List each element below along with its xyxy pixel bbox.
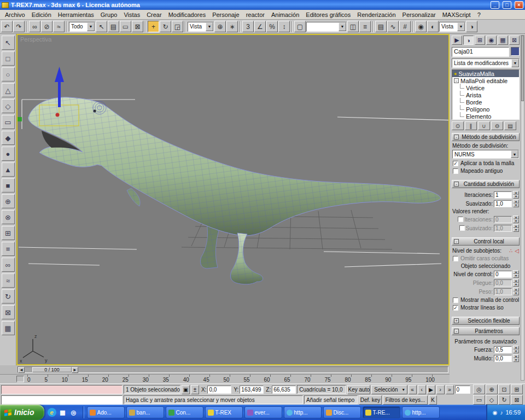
menu-grupo[interactable]: Grupo [97, 10, 121, 19]
align-button[interactable]: ≡ [359, 21, 371, 32]
z-coordinate-field[interactable]: 66,635 [272, 386, 296, 394]
left-toolbar-icon-10[interactable]: ⊕ [2, 194, 15, 208]
media-player-icon[interactable]: ◎ [69, 408, 78, 417]
select-scale-button[interactable]: ◲ [172, 21, 183, 32]
maximize-button[interactable]: □ [503, 1, 511, 9]
tab-hierarchy[interactable]: ⊞ [475, 36, 485, 45]
scrollbar-thumb[interactable] [521, 36, 524, 101]
collapse-icon[interactable]: - [454, 239, 459, 244]
subobject-patch-icon[interactable]: ◁ [515, 248, 519, 254]
modifier-bulb-icon[interactable]: ● [454, 71, 457, 77]
relax-field[interactable]: 0,0 [494, 355, 512, 362]
iterations-field[interactable]: 1 [494, 191, 512, 199]
ignore-backfacing-checkbox[interactable]: Omitir caras ocultas [453, 255, 518, 261]
minimize-button[interactable]: _ [491, 1, 499, 9]
play-button[interactable]: ▶ [427, 385, 435, 394]
macro-recorder-field[interactable] [1, 385, 122, 394]
trackbar-marker-box[interactable] [16, 376, 24, 382]
menu-edicion[interactable]: Edición [28, 10, 55, 19]
left-toolbar-icon-4[interactable]: ◇ [2, 99, 15, 113]
material-editor-button[interactable]: ◉ [415, 21, 427, 32]
bind-spacewarp-button[interactable]: ≈ [53, 21, 65, 32]
rollout-header[interactable]: - Cantidad subdivisión [452, 180, 520, 188]
menu-vistas[interactable]: Vistas [120, 10, 143, 19]
menu-herramientas[interactable]: Herramientas [55, 10, 97, 19]
set-default-key-button[interactable]: Def. key [359, 395, 382, 405]
tab-motion[interactable]: ◉ [486, 36, 497, 45]
pin-stack-button[interactable]: ⊙ [452, 121, 464, 130]
select-object-button[interactable]: ↖ [96, 21, 107, 32]
left-toolbar-icon-5[interactable]: ▭ [2, 115, 15, 129]
modifier-list-dropdown[interactable]: Lista de modificadores ▼ [452, 59, 520, 68]
show-end-result-button[interactable]: ∥ [465, 121, 477, 130]
rollout-header[interactable]: - Método de subdivisión [452, 133, 520, 141]
zoom-region-button[interactable]: ▭ [473, 395, 485, 405]
menu-animacion[interactable]: Animación [268, 10, 302, 19]
tray-status-icon[interactable]: ◉ [493, 410, 498, 416]
menu-reactor[interactable]: reactor [243, 10, 268, 19]
internet-explorer-icon[interactable]: e [48, 408, 56, 417]
undo-button[interactable]: ↶ [1, 21, 13, 32]
task-button-7[interactable]: T-RE... [363, 406, 400, 418]
percent-snap-button[interactable]: % [266, 21, 278, 32]
left-toolbar-icon-0[interactable]: ↖ [2, 36, 15, 50]
left-toolbar-icon-9[interactable]: ■ [2, 178, 15, 192]
schematic-view-button[interactable]: # [399, 21, 411, 32]
left-toolbar-icon-16[interactable]: ↻ [2, 289, 15, 304]
menu-modificadores[interactable]: Modificadores [165, 10, 209, 19]
start-button[interactable]: Inicio [0, 405, 44, 420]
next-frame-arrow[interactable]: ► [72, 367, 78, 373]
stack-item-suavizamalla[interactable]: ● SuavizaMalla [452, 70, 519, 77]
maxscript-listener-field[interactable] [1, 395, 122, 405]
taskbar-clock[interactable]: 16:59 [505, 409, 521, 416]
select-manipulate-button[interactable]: ∗ [226, 21, 238, 32]
use-center-button[interactable]: ⊕ [214, 21, 226, 32]
left-toolbar-icon-13[interactable]: ≡ [2, 242, 15, 256]
left-toolbar-icon-11[interactable]: ⊗ [2, 210, 15, 224]
perspective-viewport[interactable]: xyz Perspectiva [16, 34, 450, 365]
left-toolbar-icon-15[interactable]: ≈ [2, 273, 15, 288]
tab-display[interactable]: ▦ [498, 36, 508, 45]
curve-editor-button[interactable]: ∿ [387, 21, 399, 32]
relax-spinner[interactable]: ▴▾ [513, 354, 519, 362]
collapse-icon[interactable]: - [454, 135, 459, 139]
menu-archivo[interactable]: Archivo [2, 10, 28, 19]
strength-field[interactable]: 0,5 [494, 346, 512, 353]
menu-renderizacion[interactable]: Renderización [354, 10, 399, 19]
menu-editores-graficos[interactable]: Editores gráficos [302, 10, 354, 19]
nurms-dropdown[interactable]: NURMS ▼ [452, 150, 519, 159]
apply-to-whole-mesh-checkbox[interactable]: ✓ Aplicar a toda la malla [453, 160, 518, 166]
smoothness-spinner[interactable]: ▴▾ [513, 200, 519, 207]
left-toolbar-icon-6[interactable]: ◆ [2, 131, 15, 145]
configure-modifier-sets-button[interactable]: ▤ [504, 121, 516, 130]
rollout-header[interactable]: - Control local [452, 237, 520, 246]
current-frame-field[interactable]: 0 [455, 386, 470, 394]
next-frame-button[interactable]: › [436, 385, 445, 394]
subobject-points-icon[interactable]: ∴ [509, 248, 512, 254]
rollout-header[interactable]: - Parámetros [452, 327, 520, 335]
selection-set-dropdown[interactable]: Selección ▼ [371, 385, 407, 394]
remove-modifier-button[interactable]: ⊖ [491, 121, 503, 130]
named-selection-dropdown[interactable]: ▼ [306, 22, 347, 32]
iterations-spinner[interactable]: ▴▾ [513, 191, 519, 199]
left-toolbar-icon-14[interactable]: ∞ [2, 258, 15, 272]
previous-frame-button[interactable]: ‹ [418, 385, 426, 394]
task-button-0[interactable]: Ado... [87, 406, 125, 418]
left-toolbar-icon-17[interactable]: ⊠ [2, 305, 15, 319]
collapse-icon[interactable]: - [454, 329, 459, 334]
menu-personalizar[interactable]: Personalizar [399, 10, 439, 19]
left-toolbar-icon-18[interactable]: ▦ [2, 321, 15, 335]
zoom-extents-all-button[interactable]: ⊞ [511, 384, 523, 394]
selection-lock-button[interactable]: ▣ [182, 385, 190, 394]
tab-utilities[interactable]: ⊠ [509, 36, 520, 45]
tab-modify[interactable]: ◑ [463, 36, 474, 45]
track-bar[interactable]: 0 5 10 15 20 25 30 35 40 45 50 55 60 65 … [0, 374, 450, 383]
smoothness-field[interactable]: 1,0 [494, 200, 512, 207]
crossing-toggle-button[interactable]: ⊠ [132, 21, 143, 32]
show-control-mesh-checkbox[interactable]: Mostrar malla de control [453, 297, 518, 303]
arc-rotate-button[interactable]: ↻ [498, 395, 510, 405]
key-mode-toggle-button[interactable]: K [429, 395, 437, 405]
time-slider-button[interactable]: 0 / 100 [32, 367, 72, 372]
task-button-6[interactable]: Disc... [323, 406, 361, 418]
make-unique-button[interactable]: ∪ [478, 121, 490, 130]
